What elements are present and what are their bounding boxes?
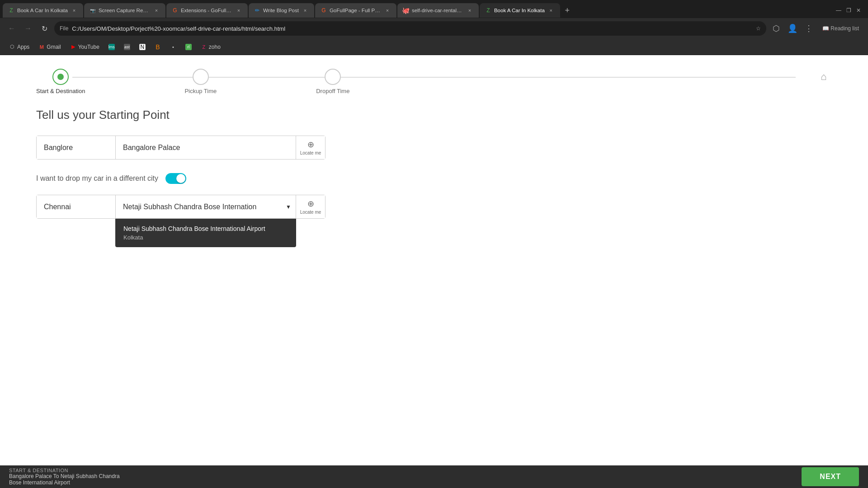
toggle-knob (176, 174, 185, 183)
address-url: C:/Users/OM/Desktop/Porject%20-xoomcar/s… (72, 25, 752, 32)
youtube-icon: ▶ (70, 44, 76, 50)
step-2-label: Pickup Time (184, 88, 217, 94)
suggestion-dropdown[interactable]: Netaji Subhash Chandra Bose Internationa… (115, 219, 296, 247)
starting-location-input[interactable] (116, 136, 296, 159)
tab-2-title: Screen Capture Result (99, 8, 150, 13)
tab-5-title: GoFullPage - Full Pag... (330, 8, 381, 13)
tab-6-title: self-drive-car-rentals/... (412, 8, 463, 13)
different-city-row: I want to drop my car in a different cit… (36, 173, 832, 184)
tab-3-title: Extensions - GoFullPa... (181, 8, 232, 13)
reload-button[interactable]: ↻ (38, 22, 51, 35)
step-2[interactable]: Pickup Time (184, 69, 217, 94)
menu-icon[interactable]: ⋮ (802, 22, 815, 35)
destination-location-input[interactable] (116, 197, 281, 217)
destination-city-input[interactable] (37, 195, 116, 218)
section-title: Tell us your Starting Point (36, 108, 832, 122)
tab-5[interactable]: G GoFullPage - Full Pag... × (315, 3, 396, 18)
tab-1-favicon: Z (8, 7, 14, 14)
bottom-bar-route-line2: Bose International Airport (9, 479, 802, 486)
tab-5-favicon: G (321, 7, 327, 14)
extensions-icon[interactable]: ⬡ (770, 22, 783, 35)
tab-6[interactable]: 🐙 self-drive-car-rentals/... × (397, 3, 479, 18)
window-controls: — ❐ ✕ (835, 7, 865, 14)
toolbar-ast[interactable]: ast (120, 42, 134, 52)
starting-locate-button[interactable]: ⊕ Locate me (296, 136, 325, 159)
tab-5-close[interactable]: × (384, 7, 391, 14)
tab-3[interactable]: G Extensions - GoFullPa... × (166, 3, 248, 18)
toolbar-dot1[interactable]: • (166, 42, 180, 52)
bookmark-star-icon[interactable]: ☆ (756, 25, 761, 32)
tab-7-close[interactable]: × (547, 7, 555, 14)
step-1-dot (57, 74, 64, 80)
blogger-icon: B (155, 44, 161, 50)
toolbar-youtube[interactable]: ▶ YouTube (66, 42, 103, 52)
tab-4-close[interactable]: × (302, 7, 309, 14)
tab-3-close[interactable]: × (235, 7, 242, 14)
close-button[interactable]: ✕ (855, 7, 862, 14)
step-3-circle (325, 69, 341, 85)
ast-icon: ast (124, 44, 130, 50)
browser-chrome: Z Book A Car In Kolkata × 📷 Screen Captu… (0, 0, 868, 55)
new-tab-button[interactable]: + (561, 4, 574, 17)
step-3[interactable]: Dropoff Time (316, 69, 349, 94)
profile-icon[interactable]: 👤 (786, 22, 799, 35)
different-city-toggle[interactable] (165, 173, 186, 184)
main-content: Tell us your Starting Point ⊕ Locate me … (0, 99, 868, 228)
suggestion-city: Kolkata (123, 234, 288, 241)
next-button[interactable]: NEXT (802, 467, 859, 486)
gmail-icon: M (38, 44, 45, 50)
apps-icon: ⬡ (9, 44, 15, 50)
starting-point-group: ⊕ Locate me (36, 136, 326, 160)
toolbar-zoho-label: zoho (209, 44, 221, 50)
destination-locate-icon: ⊕ (307, 199, 314, 209)
destination-locate-label: Locate me (300, 210, 321, 215)
toolbar-gmail-label: Gmail (47, 44, 61, 50)
toolbar-zoho[interactable]: Z zoho (197, 42, 224, 52)
suggestion-name: Netaji Subhash Chandra Bose Internationa… (123, 225, 288, 232)
forward-button[interactable]: → (22, 22, 34, 35)
step-1[interactable]: Start & Destination (36, 69, 85, 94)
rl-icon: rl (185, 44, 192, 50)
destination-group: ▼ ⊕ Locate me Netaji Subhash Chandra Bos… (36, 195, 326, 219)
reading-list-icon[interactable]: 📖 Reading list (819, 22, 863, 35)
zoho-icon: Z (201, 44, 207, 50)
bottom-bar-info: START & DESTINATION Bangalore Palace To … (9, 468, 802, 486)
different-city-label: I want to drop my car in a different cit… (36, 174, 158, 183)
tab-7[interactable]: Z Book A Car In Kolkata × (480, 3, 560, 18)
destination-locate-button[interactable]: ⊕ Locate me (296, 195, 325, 218)
toolbar-gmail[interactable]: M Gmail (35, 42, 64, 52)
starting-city-input[interactable] (37, 136, 116, 159)
bottom-bar-route-line1: Bangalore Palace To Netaji Subhash Chand… (9, 473, 802, 479)
tab-1-close[interactable]: × (71, 7, 78, 14)
tab-2-favicon: 📷 (90, 7, 96, 14)
tab-2-close[interactable]: × (153, 7, 160, 14)
back-button[interactable]: ← (5, 22, 18, 35)
tab-3-favicon: G (172, 7, 178, 14)
tab-4-favicon: ✏ (254, 7, 260, 14)
toolbar-lms[interactable]: lms (105, 42, 118, 52)
toolbar-blogger[interactable]: B (151, 42, 165, 52)
tab-7-title: Book A Car In Kolkata (494, 8, 545, 13)
dropdown-arrow-icon[interactable]: ▼ (281, 204, 296, 210)
tab-6-close[interactable]: × (466, 7, 473, 14)
minimize-button[interactable]: — (835, 7, 842, 14)
tab-4[interactable]: ✏ Write Blog Post × (249, 3, 314, 18)
step-1-circle (52, 69, 69, 85)
bottom-bar: START & DESTINATION Bangalore Palace To … (0, 465, 868, 488)
step-1-label: Start & Destination (36, 88, 85, 94)
tab-1[interactable]: Z Book A Car In Kolkata × (3, 3, 83, 18)
toolbar-apps-label: Apps (17, 44, 29, 50)
tab-2[interactable]: 📷 Screen Capture Result × (84, 3, 165, 18)
tab-7-favicon: Z (485, 7, 491, 14)
stepper-line (72, 77, 796, 78)
locate-me-icon: ⊕ (307, 140, 314, 150)
address-bar[interactable]: File C:/Users/OM/Desktop/Porject%20-xoom… (54, 21, 766, 36)
toolbar-row: ⬡ Apps M Gmail ▶ YouTube lms ast N B • r… (0, 39, 868, 55)
toolbar-apps[interactable]: ⬡ Apps (5, 42, 33, 52)
toolbar-notion[interactable]: N (136, 42, 149, 52)
home-icon[interactable]: ⌂ (816, 69, 832, 85)
address-actions: ☆ (756, 25, 761, 32)
tab-1-title: Book A Car In Kolkata (17, 8, 68, 13)
toolbar-rl[interactable]: rl (182, 42, 195, 52)
maximize-button[interactable]: ❐ (845, 7, 852, 14)
